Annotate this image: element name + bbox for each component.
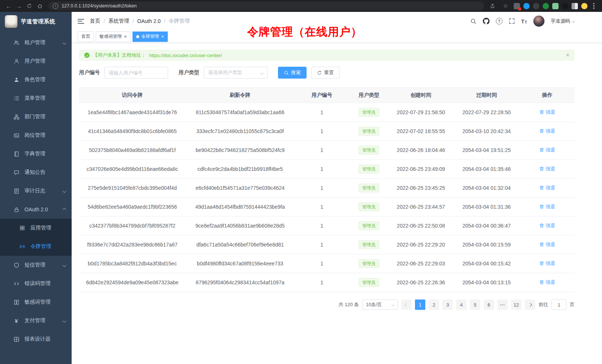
force-logout-button[interactable]: 强退 xyxy=(539,241,555,248)
fullscreen-icon[interactable] xyxy=(509,18,515,24)
share-icon[interactable] xyxy=(488,1,497,11)
force-logout-button[interactable]: 强退 xyxy=(539,279,555,286)
goto-page-input[interactable] xyxy=(552,300,566,310)
sidebar-item-report-designer[interactable]: 报表设计器 xyxy=(0,330,72,348)
split-view-icon[interactable] xyxy=(572,3,578,9)
extension-icon[interactable] xyxy=(533,3,539,9)
search-icon[interactable] xyxy=(470,18,477,24)
close-icon[interactable] xyxy=(566,52,569,59)
sidebar-item-label: 部门管理 xyxy=(24,113,45,120)
home-icon[interactable] xyxy=(35,1,45,11)
expire-time-cell: 2054-03-04 01:32:04 xyxy=(453,179,520,198)
force-logout-button[interactable]: 强退 xyxy=(539,185,555,191)
reset-button[interactable]: 重置 xyxy=(311,67,340,79)
force-logout-button[interactable]: 强退 xyxy=(539,128,555,135)
font-size-icon[interactable] xyxy=(521,18,527,24)
access-token-cell: 502375b8040a469a9b82188afdf6af1f xyxy=(79,141,186,160)
page-1-button[interactable]: 1 xyxy=(415,300,425,310)
table-header-row: 访问令牌 刷新令牌 用户编号 用户类型 创建时间 过期时间 操作 xyxy=(79,88,575,103)
sidebar-item-label: 支付管理 xyxy=(24,317,45,324)
page-size-select[interactable]: 10条/页 xyxy=(362,300,398,310)
sidebar-item-tenant[interactable]: 租户管理 xyxy=(0,33,72,52)
info-icon[interactable] xyxy=(53,3,58,9)
page-5-button[interactable]: 5 xyxy=(470,300,480,310)
token-table-body: 1ea5e44f8bc1467aaede43144f31de76 811c530… xyxy=(79,103,575,292)
expire-time-cell: 2054-03-10 20:42:34 xyxy=(453,122,520,141)
breadcrumb-item-oauth2[interactable]: OAuth 2.0 xyxy=(137,18,161,24)
help-icon[interactable] xyxy=(496,18,503,24)
next-page-button[interactable] xyxy=(525,300,535,310)
extension-icon[interactable] xyxy=(562,3,568,9)
search-button[interactable]: 搜索 xyxy=(278,67,307,79)
force-logout-button[interactable]: 强退 xyxy=(539,166,555,172)
prev-page-button[interactable] xyxy=(401,300,412,310)
github-icon[interactable] xyxy=(483,18,490,24)
sidebar-item-oauth2-token[interactable]: 令牌管理 xyxy=(0,237,72,256)
url-text[interactable]: 127.0.0.1:1024/system/oauth2/token xyxy=(62,3,137,9)
chevron-left-icon xyxy=(405,303,408,307)
profile-avatar[interactable] xyxy=(581,3,588,9)
force-logout-button[interactable]: 强退 xyxy=(539,109,555,116)
sidebar-item-menu[interactable]: 菜单管理 xyxy=(0,89,72,107)
sidebar-item-label: 错误码管理 xyxy=(24,280,50,287)
column-header: 刷新令牌 xyxy=(186,88,295,103)
refresh-token-cell: e6cfd40eb1f54571a31e775e039c4624 xyxy=(186,179,295,198)
sidebar-item-label: OAuth 2.0 xyxy=(24,206,48,212)
collapse-sidebar-icon[interactable] xyxy=(78,19,84,24)
extension-icon[interactable] xyxy=(514,3,520,9)
page-6-button[interactable]: 6 xyxy=(484,300,494,310)
user-menu[interactable]: 芋道源码 xyxy=(551,18,575,24)
user-avatar[interactable] xyxy=(533,16,544,27)
sidebar-item-error-code[interactable]: 错误码管理 xyxy=(0,274,72,293)
reload-icon[interactable] xyxy=(24,1,34,11)
sidebar-item-sms[interactable]: 短信管理 xyxy=(0,256,72,274)
extension-icon[interactable] xyxy=(523,3,530,9)
more-pages-button[interactable]: ••• xyxy=(497,300,508,310)
page-4-button[interactable]: 4 xyxy=(456,300,467,310)
sidebar-item-role[interactable]: 角色管理 xyxy=(0,70,72,89)
force-logout-button[interactable]: 强退 xyxy=(539,203,555,210)
user-id-input[interactable] xyxy=(104,67,168,79)
back-icon[interactable] xyxy=(4,1,13,11)
tab-home[interactable]: 首页 xyxy=(78,32,94,42)
user-type-badge: 管理员 xyxy=(359,146,379,155)
user-type-select[interactable]: 请选择用户类型 xyxy=(204,67,268,79)
sidebar-item-oauth2[interactable]: OAuth 2.0 xyxy=(0,200,72,219)
browser-menu-icon[interactable] xyxy=(593,5,595,7)
app-logo-row[interactable]: 芋道管理系统 xyxy=(0,12,72,31)
page-2-button[interactable]: 2 xyxy=(429,300,439,310)
sidebar-item-dept[interactable]: 部门管理 xyxy=(0,107,72,126)
tab-sensitive-word[interactable]: 敏感词管理 xyxy=(96,32,131,42)
expire-time-cell: 2054-03-04 00:15:59 xyxy=(453,235,520,254)
force-logout-button[interactable]: 强退 xyxy=(539,222,555,229)
sidebar-item-sensitive-word[interactable]: 敏感词管理 xyxy=(0,293,72,311)
extension-icon[interactable] xyxy=(552,3,559,9)
close-icon[interactable] xyxy=(124,34,127,39)
token-table: 访问令牌 刷新令牌 用户编号 用户类型 创建时间 过期时间 操作 xyxy=(79,87,575,292)
breadcrumb-item-system[interactable]: 系统管理 xyxy=(108,18,129,24)
sidebar-item-post[interactable]: 岗位管理 xyxy=(0,126,72,145)
sidebar-item-audit-log[interactable]: 审计日志 xyxy=(0,182,72,200)
page-12-button[interactable]: 12 xyxy=(511,300,521,310)
doc-link[interactable]: https://doc.iocoder.cn/user-center/ xyxy=(149,53,222,58)
url-bar[interactable]: 127.0.0.1:1024/system/oauth2/token xyxy=(48,1,484,10)
breadcrumb-item-home[interactable]: 首页 xyxy=(90,18,100,24)
menu-list-icon xyxy=(13,95,19,101)
force-logout-button[interactable]: 强退 xyxy=(539,147,555,153)
tab-token[interactable]: 令牌管理 xyxy=(132,32,168,42)
bookmark-star-icon[interactable] xyxy=(501,1,510,11)
sidebar-item-oauth2-app[interactable]: 应用管理 xyxy=(0,219,72,237)
page-3-button[interactable]: 3 xyxy=(442,300,453,310)
extension-icon[interactable] xyxy=(543,3,549,9)
user-type-cell: 管理员 xyxy=(349,273,389,292)
expire-time-cell: 2022-07-29 22:28:50 xyxy=(453,103,520,122)
chevron-up-icon xyxy=(63,208,66,211)
sidebar-item-notice[interactable]: 通知公告 xyxy=(0,163,72,182)
sidebar-item-dict[interactable]: 字典管理 xyxy=(0,145,72,163)
close-icon[interactable] xyxy=(161,34,164,39)
alert-text: 【用户体系】文档地址： xyxy=(93,52,146,59)
sidebar-item-user[interactable]: 用户管理 xyxy=(0,52,72,70)
sidebar-item-payment[interactable]: 支付管理 xyxy=(0,311,72,330)
force-logout-button[interactable]: 强退 xyxy=(539,260,555,267)
forward-icon[interactable] xyxy=(14,1,24,11)
